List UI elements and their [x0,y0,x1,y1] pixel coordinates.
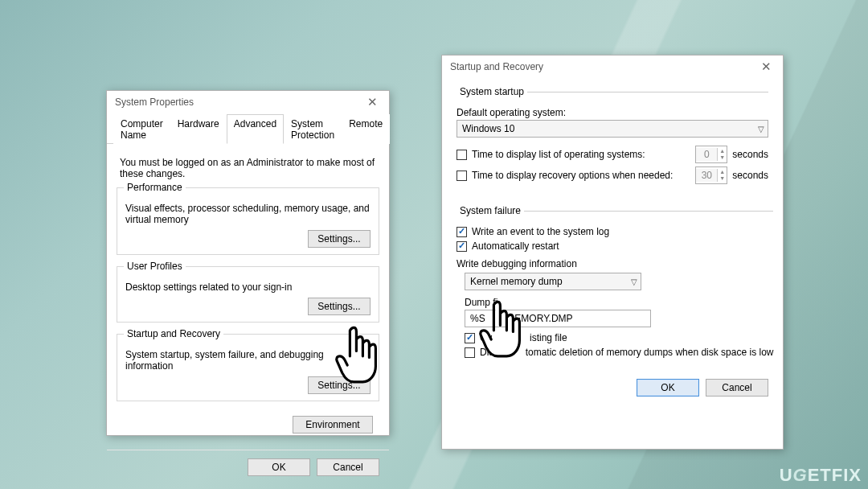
performance-settings-button[interactable]: Settings... [308,230,371,248]
time-list-checkbox[interactable]: Time to display list of operating system… [457,149,645,160]
dump-type-select[interactable]: Kernel memory dump ▽ [465,273,641,290]
time-recovery-label: Time to display recovery options when ne… [472,170,673,181]
system-properties-dialog: System Properties ✕ Computer Name Hardwa… [106,90,390,436]
user-profiles-settings-button[interactable]: Settings... [308,298,371,315]
time-recovery-checkbox[interactable]: Time to display recovery options when ne… [457,170,673,181]
auto-restart-checkbox[interactable]: Automatically restart [457,240,559,252]
dump-file-input[interactable]: %S EMORY.DMP [465,310,651,327]
overwrite-checkbox[interactable]: Ov isting file [465,332,567,343]
close-icon[interactable]: ✕ [361,93,384,111]
default-os-value: Windows 10 [462,123,514,134]
time-list-value[interactable] [696,148,717,161]
user-profiles-group: User Profiles Desktop settings related t… [117,266,379,323]
cancel-button[interactable]: Cancel [706,379,768,397]
write-event-label: Write an event to the system log [472,226,609,237]
default-os-label: Default operating system: [457,107,768,118]
ok-button[interactable]: OK [637,379,699,397]
dialog-footer: OK Cancel [107,450,389,484]
checkbox-icon [457,241,467,252]
seconds-label: seconds [732,149,768,160]
spinner-arrows-icon[interactable]: ▲▼ [717,148,727,161]
tab-hardware[interactable]: Hardware [170,114,227,144]
dump-file-value: %S EMORY.DMP [470,313,573,324]
titlebar[interactable]: System Properties ✕ [107,91,389,113]
titlebar[interactable]: Startup and Recovery ✕ [442,55,783,78]
checkbox-icon [465,347,475,358]
startup-recovery-settings-button[interactable]: Settings... [308,376,371,394]
startup-recovery-group: Startup and Recovery System startup, sys… [117,334,379,401]
dialog-footer: OK Cancel [457,368,768,397]
ok-button[interactable]: OK [248,458,310,476]
dump-file-label: Dump fi [465,297,773,308]
time-recovery-spinner[interactable]: ▲▼ [695,166,727,184]
advanced-pane: You must be logged on as an Administrato… [107,144,389,450]
tab-advanced[interactable]: Advanced [227,114,284,144]
startup-recovery-legend: Startup and Recovery [124,328,223,339]
tab-strip: Computer Name Hardware Advanced System P… [107,113,389,144]
close-icon[interactable]: ✕ [755,58,778,76]
system-startup-legend: System startup [457,86,527,97]
dump-type-value: Kernel memory dump [470,276,563,287]
checkbox-icon [457,171,467,181]
checkbox-icon [465,333,475,343]
window-title: System Properties [115,97,194,108]
performance-legend: Performance [124,182,186,193]
system-failure-section: System failure Write an event to the sys… [457,205,773,361]
user-profiles-legend: User Profiles [124,261,186,272]
system-failure-legend: System failure [457,205,524,216]
seconds-label: seconds [732,170,768,181]
write-debug-label: Write debugging information [457,258,773,269]
spinner-arrows-icon[interactable]: ▲▼ [717,169,727,182]
checkbox-icon [457,227,467,237]
performance-group: Performance Visual effects, processor sc… [117,187,379,255]
chevron-down-icon: ▽ [758,125,764,134]
system-startup-section: System startup Default operating system:… [457,86,768,187]
disable-auto-delete-checkbox[interactable]: Disabl tomatic deletion of memory dumps … [465,347,773,358]
tab-computer-name[interactable]: Computer Name [113,114,170,144]
auto-restart-label: Automatically restart [472,240,559,252]
tab-system-protection[interactable]: System Protection [284,114,342,144]
chevron-down-icon: ▽ [631,277,637,286]
disable-auto-delete-label: Disabl tomatic deletion of memory dumps … [480,347,773,358]
admin-note: You must be logged on as an Administrato… [120,157,376,179]
cancel-button[interactable]: Cancel [317,458,379,476]
user-profiles-desc: Desktop settings related to your sign-in [125,281,371,293]
checkbox-icon [457,150,467,160]
overwrite-label: Ov isting file [480,332,567,343]
time-list-label: Time to display list of operating system… [472,149,645,160]
time-list-spinner[interactable]: ▲▼ [695,146,727,163]
startup-recovery-dialog: Startup and Recovery ✕ System startup De… [441,55,784,450]
performance-desc: Visual effects, processor scheduling, me… [125,203,371,225]
tab-remote[interactable]: Remote [342,114,390,144]
environment-variables-button[interactable]: Environment [293,416,373,434]
default-os-select[interactable]: Windows 10 ▽ [457,120,768,138]
watermark: UGETFIX [780,465,862,486]
time-recovery-value[interactable] [696,169,717,182]
window-title: Startup and Recovery [450,61,543,72]
startup-recovery-desc: System startup, system failure, and debu… [125,349,371,372]
write-event-checkbox[interactable]: Write an event to the system log [457,226,609,237]
